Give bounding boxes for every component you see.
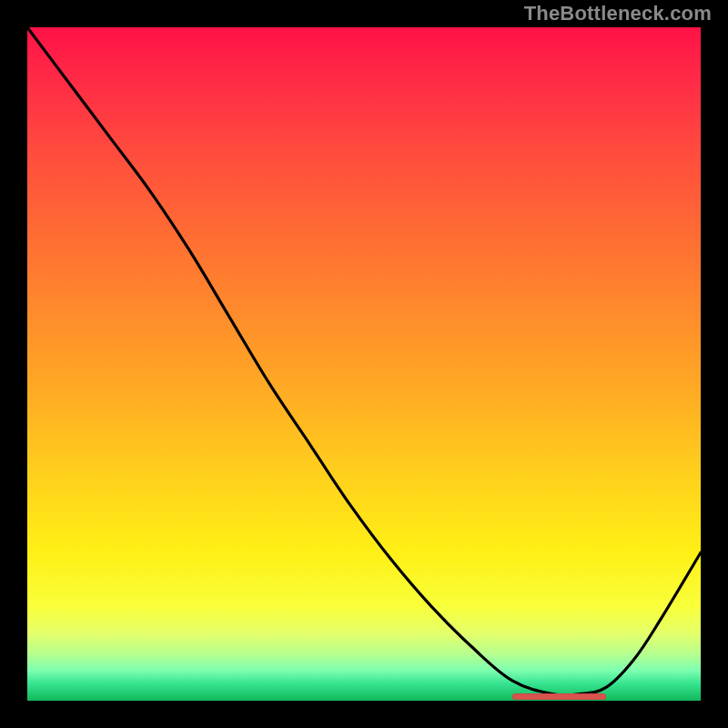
curve-layer: [27, 27, 701, 701]
bottleneck-curve: [27, 27, 701, 695]
chart-frame: TheBottleneck.com: [0, 0, 728, 728]
plot-area: [27, 27, 701, 701]
optimal-range-marker: [512, 693, 607, 700]
watermark-text: TheBottleneck.com: [524, 2, 712, 25]
